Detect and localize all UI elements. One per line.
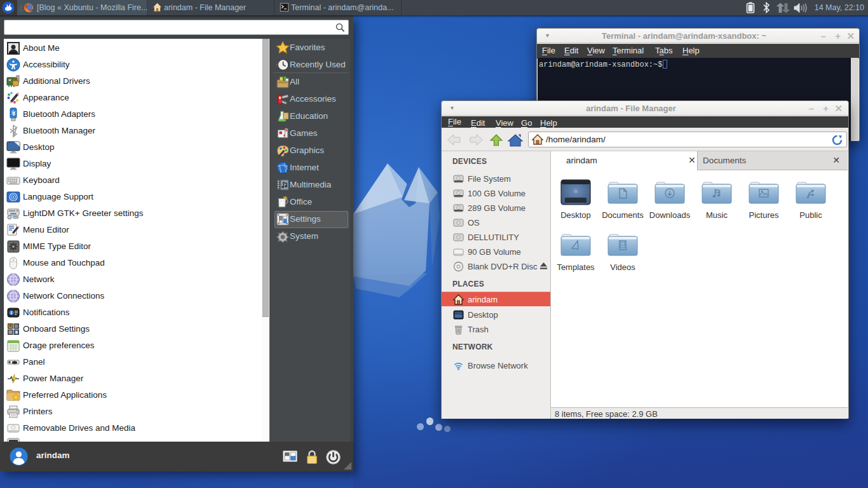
svg-text:B: B — [15, 329, 18, 334]
svg-text:O: O — [10, 323, 12, 328]
